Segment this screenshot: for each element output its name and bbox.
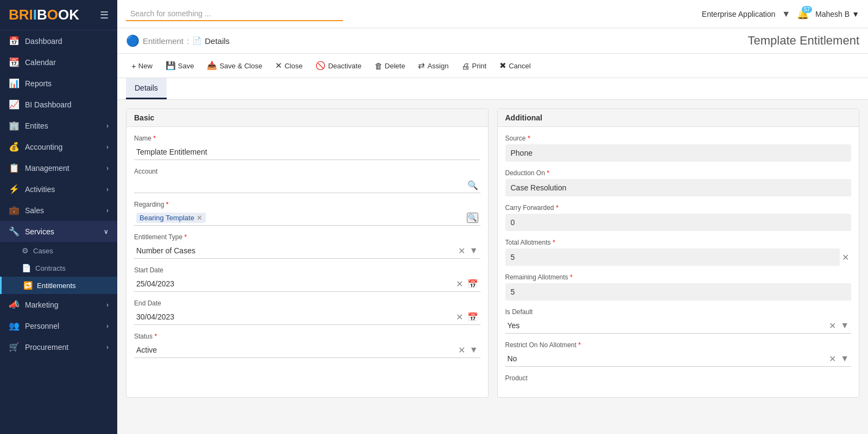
restrict-chevron-icon[interactable]: ▼ bbox=[838, 353, 851, 365]
print-icon: 🖨 bbox=[461, 61, 470, 71]
start-date-label: Start Date bbox=[134, 266, 480, 274]
procurement-icon: 🛒 bbox=[9, 342, 20, 352]
close-icon: ✕ bbox=[275, 61, 282, 71]
sub-item-label: Contracts bbox=[35, 264, 66, 272]
required-indicator: * bbox=[153, 135, 156, 142]
accounting-icon: 💰 bbox=[9, 142, 20, 152]
regarding-search-icon[interactable]: 🔍 bbox=[467, 213, 478, 223]
sidebar-item-bi-dashboard[interactable]: 📈 BI Dashboard bbox=[0, 94, 117, 115]
sales-icon: 💼 bbox=[9, 205, 20, 215]
enterprise-app-label: Enterprise Application bbox=[702, 10, 775, 18]
status-clear-icon[interactable]: ✕ bbox=[456, 344, 467, 356]
sidebar-item-procurement[interactable]: 🛒 Procurement › bbox=[0, 336, 117, 358]
notifications-button[interactable]: 🔔 57 bbox=[797, 8, 809, 20]
additional-panel-header: Additional bbox=[498, 109, 859, 127]
start-date-clear-icon[interactable]: ✕ bbox=[454, 278, 465, 290]
end-date-field: ✕ 📅 bbox=[134, 309, 480, 325]
save-button[interactable]: 💾 Save bbox=[160, 58, 200, 73]
sidebar-item-reports[interactable]: 📊 Reports bbox=[0, 73, 117, 94]
save-close-button[interactable]: 📥 Save & Close bbox=[201, 58, 268, 73]
logo-area: BRIIBOOK ☰ bbox=[0, 0, 117, 30]
remaining-allotments-group: Remaining Allotments * 5 bbox=[505, 273, 852, 301]
restrict-group: Restrict On No Allotment * No Yes ✕ ▼ bbox=[505, 341, 852, 367]
chevron-right-icon: › bbox=[106, 322, 109, 330]
name-input[interactable] bbox=[134, 144, 480, 160]
page-area: 🔵 Entitlement : 📄 Details Template Entit… bbox=[117, 28, 868, 434]
search-input[interactable] bbox=[126, 7, 343, 21]
source-group: Source * Phone bbox=[505, 135, 852, 162]
is-default-chevron-icon[interactable]: ▼ bbox=[838, 320, 851, 331]
restrict-select[interactable]: No Yes bbox=[505, 351, 827, 366]
print-button[interactable]: 🖨 Print bbox=[456, 59, 492, 73]
deduction-value: Case Resolution bbox=[505, 179, 852, 196]
sidebar-item-services[interactable]: 🔧 Services ∨ bbox=[0, 221, 117, 242]
sidebar-item-label: Services bbox=[25, 227, 54, 236]
breadcrumb-current: Details bbox=[205, 36, 230, 46]
breadcrumb: 🔵 Entitlement : 📄 Details bbox=[126, 34, 230, 47]
status-select[interactable]: Active Inactive bbox=[134, 342, 456, 358]
sidebar-sub-item-contracts[interactable]: 📄 Contracts bbox=[0, 259, 117, 277]
sidebar-item-sales[interactable]: 💼 Sales › bbox=[0, 200, 117, 221]
account-input[interactable] bbox=[134, 177, 465, 193]
sidebar-item-accounting[interactable]: 💰 Accounting › bbox=[0, 136, 117, 157]
sidebar-item-label: BI Dashboard bbox=[25, 100, 72, 109]
sidebar-sub-item-cases[interactable]: ⚙ Cases bbox=[0, 242, 117, 259]
filter-icon[interactable]: ▼ bbox=[782, 9, 790, 19]
basic-panel-body: Name * Account 🔍 bbox=[126, 127, 488, 373]
sidebar-item-entites[interactable]: 🏢 Entites › bbox=[0, 115, 117, 136]
user-chevron-icon: ▼ bbox=[852, 10, 859, 18]
sidebar-item-label: Marketing bbox=[25, 301, 58, 309]
sidebar-item-personnel[interactable]: 👥 Personnel › bbox=[0, 315, 117, 336]
close-button[interactable]: ✕ Close bbox=[270, 58, 308, 73]
sidebar-item-label: Reports bbox=[25, 79, 52, 88]
marketing-icon: 📣 bbox=[9, 299, 20, 310]
sidebar-item-label: Calendar bbox=[25, 58, 56, 67]
total-allotments-label: Total Allotments * bbox=[505, 239, 852, 246]
regarding-group: Regarding * Bearing Template ✕ 🔍 bbox=[134, 201, 480, 226]
regarding-remove-icon[interactable]: ✕ bbox=[197, 214, 202, 222]
entitlement-type-chevron-icon[interactable]: ▼ bbox=[467, 245, 480, 257]
hamburger-button[interactable]: ☰ bbox=[100, 9, 109, 21]
deactivate-button[interactable]: 🚫 Deactivate bbox=[310, 58, 366, 73]
restrict-clear-icon[interactable]: ✕ bbox=[827, 353, 838, 365]
cancel-icon: ✖ bbox=[499, 61, 506, 71]
end-date-input[interactable] bbox=[134, 309, 454, 324]
status-chevron-icon[interactable]: ▼ bbox=[467, 344, 480, 356]
basic-panel-header: Basic bbox=[126, 109, 488, 127]
name-group: Name * bbox=[134, 135, 480, 160]
delete-button[interactable]: 🗑 Delete bbox=[369, 59, 411, 73]
sidebar-item-calendar[interactable]: 📆 Calendar bbox=[0, 52, 117, 73]
entitlements-icon: 🔁 bbox=[23, 281, 33, 290]
sidebar-item-dashboard[interactable]: 📅 Dashboard bbox=[0, 30, 117, 52]
remaining-allotments-label: Remaining Allotments * bbox=[505, 273, 852, 281]
is-default-select[interactable]: Yes No bbox=[505, 318, 827, 333]
end-date-calendar-icon[interactable]: 📅 bbox=[465, 311, 480, 323]
account-search-icon[interactable]: 🔍 bbox=[465, 179, 480, 192]
regarding-tag-text: Bearing Template bbox=[140, 214, 194, 222]
new-button[interactable]: + New bbox=[126, 59, 158, 73]
tab-details[interactable]: Details bbox=[126, 78, 167, 99]
is-default-clear-icon[interactable]: ✕ bbox=[827, 320, 838, 332]
entitlement-type-select[interactable]: Number of Cases Number of Hours bbox=[134, 243, 456, 258]
sidebar-item-marketing[interactable]: 📣 Marketing › bbox=[0, 294, 117, 315]
user-menu-button[interactable]: Mahesh B ▼ bbox=[815, 10, 859, 18]
total-allotments-clear-icon[interactable]: ✕ bbox=[840, 250, 851, 265]
end-date-label: End Date bbox=[134, 299, 480, 307]
sidebar-item-management[interactable]: 📋 Management › bbox=[0, 157, 117, 178]
assign-button[interactable]: ⇄ Assign bbox=[413, 58, 454, 73]
start-date-field: ✕ 📅 bbox=[134, 276, 480, 292]
services-icon: 🔧 bbox=[9, 226, 20, 237]
entitlement-module-icon: 🔵 bbox=[126, 34, 140, 47]
entitlement-type-clear-icon[interactable]: ✕ bbox=[456, 245, 467, 257]
sidebar-sub-item-entitlements[interactable]: 🔁 Entitlements bbox=[0, 277, 117, 294]
start-date-calendar-icon[interactable]: 📅 bbox=[465, 278, 480, 290]
end-date-clear-icon[interactable]: ✕ bbox=[454, 311, 465, 323]
cancel-button[interactable]: ✖ Cancel bbox=[494, 58, 536, 73]
sidebar-item-label: Activities bbox=[25, 185, 55, 194]
is-default-group: Is Default Yes No ✕ ▼ bbox=[505, 308, 852, 334]
logo: BRIIBOOK bbox=[9, 7, 79, 23]
sidebar-item-activities[interactable]: ⚡ Activities › bbox=[0, 178, 117, 200]
is-default-field: Yes No ✕ ▼ bbox=[505, 318, 852, 334]
sub-item-label: Cases bbox=[33, 247, 53, 255]
start-date-input[interactable] bbox=[134, 276, 454, 291]
